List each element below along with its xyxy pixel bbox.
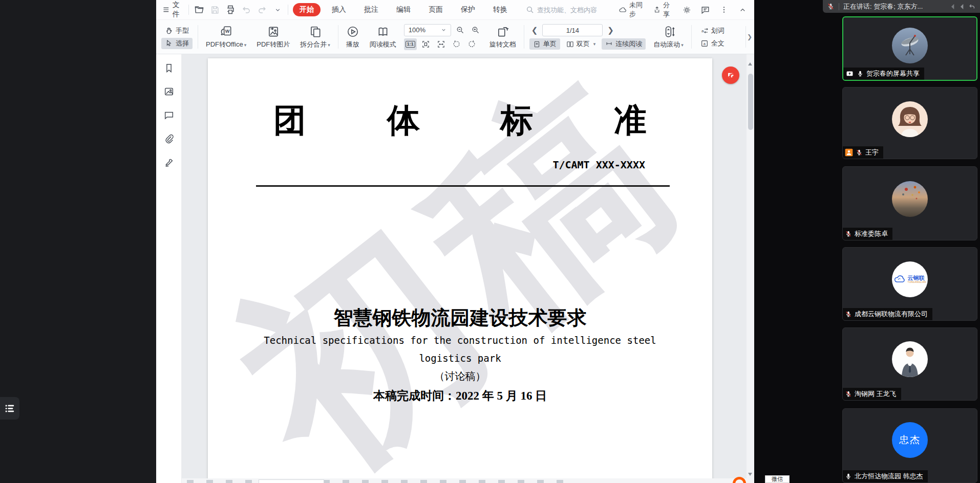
auto-scroll-icon (662, 25, 675, 38)
mic-muted-icon (845, 230, 852, 237)
page-indicator[interactable]: 1/14 (542, 24, 603, 36)
search-box[interactable] (526, 6, 614, 14)
avatar: 忠杰 (892, 422, 928, 458)
rotate-right-button[interactable] (465, 38, 478, 50)
divider (288, 5, 288, 15)
chevron-down-icon (274, 7, 281, 13)
double-page-button[interactable]: 双页 ▾ (563, 38, 600, 50)
divider (691, 25, 692, 49)
double-page-label: 双页 (577, 39, 590, 49)
participant-tile-screen-share[interactable]: 贺宗春的屏幕共享 (842, 16, 977, 81)
scrollbar-thumb[interactable] (748, 74, 753, 130)
participant-tile[interactable]: 王宇 (842, 87, 977, 159)
telescope-avatar-graphic (892, 28, 928, 63)
redo-icon (257, 5, 267, 15)
translate-full-button[interactable]: a 全文 (697, 38, 728, 49)
tab-comment[interactable]: 批注 (357, 3, 385, 16)
tab-convert[interactable]: 转换 (486, 3, 514, 16)
file-menu-button[interactable]: 文件 (162, 1, 184, 19)
pdf-to-office-button[interactable]: W PDF转Office▾ (203, 25, 249, 49)
comment-icon (163, 109, 175, 121)
left-sidebar (156, 54, 182, 483)
tab-home[interactable]: 开始 (293, 3, 321, 16)
menu-bar: 文件 开始 插入 批注 编辑 页面 保护 转换 (156, 0, 754, 19)
play-button[interactable]: 播放 (344, 25, 362, 49)
search-input[interactable] (537, 6, 614, 14)
translate-word-button[interactable]: a 划词 (697, 25, 728, 36)
rotate-document-button[interactable]: 旋转文档 (487, 25, 519, 49)
hamburger-icon (162, 5, 170, 14)
previous-page-button[interactable]: ❮ (529, 26, 540, 35)
more-options-button[interactable] (718, 4, 729, 16)
scroll-up-arrow[interactable] (748, 62, 752, 65)
tab-page[interactable]: 页面 (422, 3, 450, 16)
images-panel-button[interactable] (163, 86, 175, 97)
share-button[interactable]: 分享 (653, 1, 674, 19)
sync-status-button[interactable]: 未同步 (619, 1, 646, 19)
printer-icon (225, 5, 236, 15)
redo-button[interactable] (257, 4, 268, 16)
standard-code: T/CAMT XXX-XXXX (552, 159, 645, 171)
fit-page-button[interactable] (419, 38, 432, 50)
pdf-to-image-button[interactable]: PDF转图片 (254, 25, 292, 49)
zoom-out-icon (456, 26, 464, 34)
more-tools-expander[interactable]: ❯ (745, 26, 753, 48)
translate-full-label: 全文 (711, 39, 725, 48)
participant-nameplate: 淘钢网 王龙飞 (843, 388, 901, 400)
tab-insert[interactable]: 插入 (325, 3, 353, 16)
zoom-level-select[interactable]: 100% (404, 24, 451, 36)
auto-scroll-button[interactable]: 自动滚动▾ (651, 25, 686, 49)
open-file-button[interactable] (194, 4, 205, 16)
actual-size-button[interactable]: 1:1 (404, 38, 417, 50)
avatar: 云钢联 YUNGANGLIAN (892, 261, 928, 297)
logo-title: 云钢联 (907, 275, 926, 281)
svg-text:a: a (704, 41, 706, 46)
tab-edit[interactable]: 编辑 (390, 3, 417, 16)
participant-tile[interactable]: 云钢联 YUNGANGLIAN 成都云钢联物流有限公司 (842, 247, 977, 321)
bookmark-icon (163, 62, 175, 74)
fit-width-button[interactable] (435, 38, 448, 50)
continuous-read-button[interactable]: 连续阅读 (602, 38, 646, 50)
avatar (892, 28, 928, 63)
balloons-avatar-graphic (892, 181, 928, 217)
scroll-down-arrow[interactable] (748, 473, 752, 476)
collapse-ribbon-button[interactable] (737, 4, 748, 16)
select-tool-button[interactable]: 选择 (161, 38, 193, 49)
participant-tile[interactable]: 标准委陈卓 (842, 166, 977, 240)
participant-nameplate: 贺宗春的屏幕共享 (843, 68, 924, 80)
print-button[interactable] (225, 4, 237, 16)
participant-tile[interactable]: 忠杰 北方恒达物流园 韩忠杰 (842, 408, 977, 483)
avatar (892, 341, 928, 377)
signature-panel-button[interactable] (163, 157, 175, 168)
bookmarks-panel-button[interactable] (163, 62, 175, 74)
read-mode-button[interactable]: 阅读模式 (367, 25, 399, 49)
settings-button[interactable] (681, 4, 692, 16)
divider (188, 5, 189, 15)
zoom-in-button[interactable] (469, 24, 482, 36)
meeting-participants-panel: 贺宗春的屏幕共享 王宇 标准委陈卓 云钢联 YUNGANGLIAN (842, 0, 977, 483)
split-merge-button[interactable]: 拆分合并▾ (297, 25, 333, 49)
heading-char: 体 (387, 98, 420, 143)
rotate-left-button[interactable] (450, 38, 463, 50)
standard-type-heading: 团 体 标 准 (208, 98, 712, 143)
comments-panel-button[interactable] (163, 109, 175, 121)
document-viewport[interactable]: 初稿 团 体 标 准 T/CAMT XXX-XXXX 智慧钢铁物流园建设技术要求… (182, 54, 747, 483)
save-button[interactable] (209, 4, 221, 16)
participant-tile[interactable]: 淘钢网 王龙飞 (842, 327, 977, 401)
vertical-scrollbar[interactable] (747, 54, 754, 483)
feedback-button[interactable] (700, 4, 711, 16)
tab-protect[interactable]: 保护 (454, 3, 482, 16)
attachments-panel-button[interactable] (163, 133, 175, 144)
next-page-button[interactable]: ❯ (605, 26, 616, 35)
divider (198, 25, 198, 49)
floating-tool-badge[interactable] (722, 67, 739, 84)
zoom-out-button[interactable] (454, 24, 466, 36)
quick-access-dropdown[interactable] (272, 4, 283, 16)
single-page-button[interactable]: 单页 (529, 38, 560, 50)
cloud-logo-icon (893, 274, 906, 284)
caret-down-icon: ▾ (593, 41, 596, 47)
hand-tool-button[interactable]: 手型 (161, 25, 193, 36)
meeting-panel-toggle-button[interactable] (0, 397, 19, 420)
actual-size-glyph: 1:1 (406, 41, 415, 48)
undo-button[interactable] (241, 4, 252, 16)
